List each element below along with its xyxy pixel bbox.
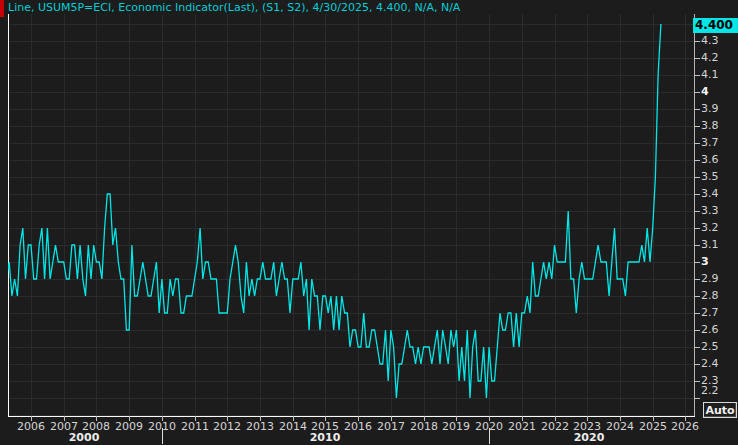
chart-window: Line, USUM5P=ECI, Economic Indicator(Las…	[0, 0, 738, 445]
y-tick-label: 2.9	[701, 273, 719, 285]
y-tick-label: 3.8	[701, 120, 719, 132]
y-tick-label: 2.7	[701, 307, 719, 319]
y-tick-label: 2.6	[701, 324, 719, 336]
y-tick-label: 4	[701, 86, 709, 98]
y-tick-label: 3.3	[701, 205, 719, 217]
y-tick-label: 3.2	[701, 222, 719, 234]
auto-scale-button[interactable]: Auto	[703, 402, 737, 418]
y-tick-label: 3.5	[701, 171, 719, 183]
y-tick-label: 2.2	[701, 385, 719, 397]
decade-label: 2010	[297, 431, 353, 444]
x-year-label: 2026	[665, 420, 705, 433]
y-tick-label: 3.1	[701, 239, 719, 251]
decade-label: 2000	[56, 431, 112, 444]
y-tick-label: 3	[701, 256, 709, 268]
y-tick-label: 3.9	[701, 103, 719, 115]
y-tick-label: 3.6	[701, 154, 719, 166]
decade-label: 2020	[561, 431, 617, 444]
y-tick-label: 4.3	[701, 35, 719, 47]
chart-plot-area[interactable]	[0, 0, 738, 445]
y-tick-label: 4.1	[701, 69, 719, 81]
y-tick-label: 3.7	[701, 137, 719, 149]
y-tick-label: 2.4	[701, 358, 719, 370]
last-value-badge: 4.400	[693, 18, 738, 33]
y-tick-label: 3.4	[701, 188, 719, 200]
y-tick-label: 2.8	[701, 290, 719, 302]
y-tick-label: 2.5	[701, 341, 719, 353]
y-tick-label: 4.2	[701, 52, 719, 64]
